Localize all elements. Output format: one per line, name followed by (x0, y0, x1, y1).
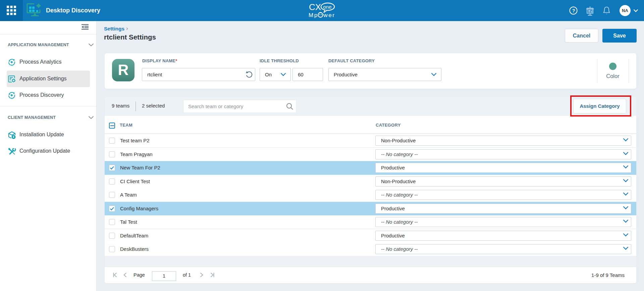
svg-text:one: one (323, 4, 332, 10)
svg-text:CX: CX (309, 2, 321, 12)
svg-text:?: ? (572, 8, 575, 13)
svg-text:Mp: Mp (309, 12, 318, 18)
svg-text:wer: wer (323, 12, 335, 18)
